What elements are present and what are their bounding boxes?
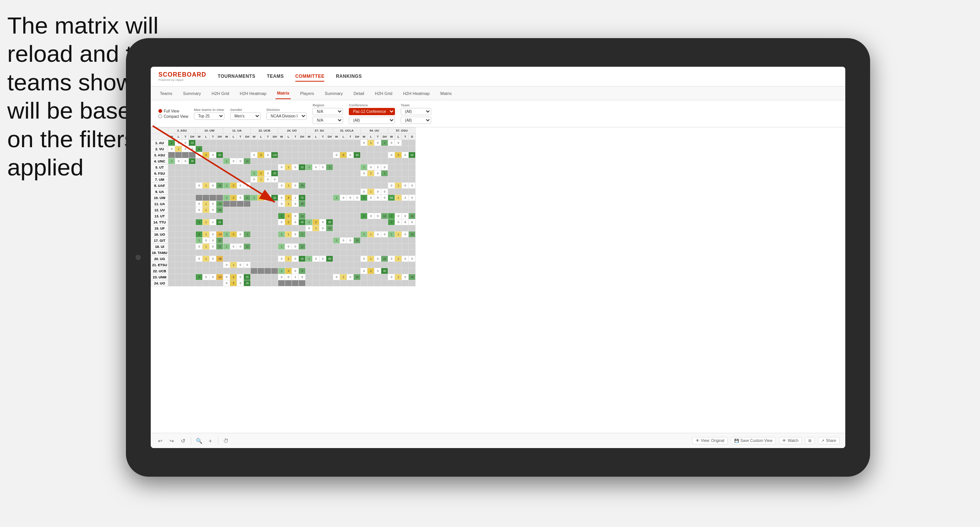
matrix-cell xyxy=(258,238,264,244)
region-select-2[interactable]: N/A xyxy=(313,117,343,124)
share-btn[interactable]: ↗ Share xyxy=(818,437,840,444)
gender-select[interactable]: Men's xyxy=(230,112,261,120)
matrix-cell xyxy=(223,177,230,183)
matrix-cell xyxy=(347,213,354,219)
conference-select[interactable]: Pac-12 Conference xyxy=(349,108,395,115)
redo-icon[interactable]: ↪ xyxy=(168,437,176,445)
matrix-cell: 23 xyxy=(189,140,196,146)
save-custom-btn[interactable]: 💾 Save Custom View xyxy=(731,437,776,444)
matrix-cell xyxy=(402,158,409,164)
subnav-h2hgrid-r[interactable]: H2H Grid xyxy=(373,88,394,99)
matrix-cell xyxy=(271,158,278,164)
matrix-cell xyxy=(395,268,402,274)
matrix-cell xyxy=(168,244,175,250)
matrix-cell xyxy=(175,231,182,238)
view-original-btn[interactable]: 👁 View: Original xyxy=(692,437,728,444)
matrix-cell xyxy=(237,177,244,183)
matrix-cell: 1 xyxy=(333,195,340,201)
matrix-cell: 0 xyxy=(333,152,340,158)
matrix-cell xyxy=(216,213,223,219)
matrix-cell xyxy=(196,280,203,286)
matrix-cell xyxy=(182,280,189,286)
matrix-cell xyxy=(244,189,251,195)
subnav-matrix-r[interactable]: Matrix xyxy=(439,88,453,99)
grid-icon-btn[interactable]: ⊞ xyxy=(805,437,815,444)
uu-dif: Dif xyxy=(381,134,388,140)
matrix-cell: 0 xyxy=(340,195,347,201)
subnav-h2hgrid-l[interactable]: H2H Grid xyxy=(210,88,230,99)
watch-btn[interactable]: 👁 Watch xyxy=(779,437,802,444)
matrix-cell xyxy=(271,280,278,286)
matrix-cell xyxy=(326,207,333,213)
subnav-h2hheatmap-l[interactable]: H2H Heatmap xyxy=(238,88,268,99)
nav-item-teams[interactable]: TEAMS xyxy=(267,72,284,82)
matrix-container[interactable]: 3. ASU 10. UW 11. UA 22. UCB 24. UO 27. … xyxy=(151,127,845,440)
matrix-cell xyxy=(347,250,354,256)
matrix-cell: 0 xyxy=(210,238,216,244)
matrix-cell xyxy=(409,140,416,146)
undo-icon[interactable]: ↩ xyxy=(156,437,164,445)
nav-item-committee[interactable]: COMMITTEE xyxy=(295,72,325,82)
matrix-cell: 0 xyxy=(361,140,368,146)
matrix-cell: 0 xyxy=(292,219,299,225)
subnav-teams[interactable]: Teams xyxy=(158,88,174,99)
radio-full-view[interactable]: Full View xyxy=(158,109,188,113)
matrix-cell xyxy=(395,207,402,213)
zoom-out-icon[interactable]: 🔍 xyxy=(195,437,203,445)
matrix-cell xyxy=(333,140,340,146)
subnav-h2hheatmap-r[interactable]: H2H Heatmap xyxy=(401,88,431,99)
team-select-1[interactable]: (All) xyxy=(401,108,431,115)
matrix-cell: 2 xyxy=(230,231,237,238)
matrix-cell: 1 xyxy=(368,189,374,195)
matrix-cell xyxy=(333,268,340,274)
zoom-in-icon[interactable]: + xyxy=(206,437,214,445)
matrix-cell xyxy=(251,219,258,225)
matrix-cell xyxy=(306,207,313,213)
matrix-cell: 0 xyxy=(319,225,326,231)
matrix-cell xyxy=(368,225,374,231)
matrix-cell xyxy=(319,140,326,146)
matrix-cell xyxy=(182,195,189,201)
subnav-detail[interactable]: Detail xyxy=(352,88,366,99)
matrix-cell: 1 xyxy=(175,146,182,152)
nav-item-tournaments[interactable]: TOURNAMENTS xyxy=(218,72,256,82)
matrix-cell xyxy=(292,189,299,195)
radio-compact-view[interactable]: Compact View xyxy=(158,114,188,119)
matrix-cell xyxy=(264,244,271,250)
matrix-cell: 13 xyxy=(409,231,416,238)
matrix-cell xyxy=(368,177,374,183)
subnav-matrix-l[interactable]: Matrix xyxy=(276,88,291,99)
matrix-cell: 23 xyxy=(299,256,306,262)
matrix-cell xyxy=(223,146,230,152)
matrix-cell xyxy=(168,225,175,231)
subnav-summary-l[interactable]: Summary xyxy=(181,88,202,99)
matrix-cell xyxy=(264,207,271,213)
matrix-cell xyxy=(182,152,189,158)
matrix-cell xyxy=(230,256,237,262)
save-custom-label: Save Custom View xyxy=(740,439,772,443)
team-label: Team xyxy=(401,103,431,107)
ucb-l: L xyxy=(258,134,264,140)
toolbar-sep-2 xyxy=(218,437,218,445)
subnav-players[interactable]: Players xyxy=(298,88,316,99)
max-teams-select[interactable]: Top 25 xyxy=(194,112,224,120)
matrix-cell xyxy=(210,250,216,256)
refresh-icon[interactable]: ↺ xyxy=(179,437,187,445)
matrix-cell xyxy=(409,225,416,231)
matrix-cell xyxy=(210,170,216,177)
subnav-summary-r[interactable]: Summary xyxy=(323,88,344,99)
team-select-2[interactable]: (All) xyxy=(401,117,431,124)
matrix-cell xyxy=(361,207,368,213)
matrix-cell xyxy=(271,140,278,146)
conference-select-2[interactable]: (All) xyxy=(349,117,395,124)
clock-icon[interactable]: ⏱ xyxy=(222,437,230,445)
nav-item-rankings[interactable]: RANKINGS xyxy=(336,72,362,82)
division-select[interactable]: NCAA Division I xyxy=(266,112,307,120)
matrix-cell xyxy=(306,231,313,238)
matrix-cell xyxy=(196,170,203,177)
matrix-cell xyxy=(368,201,374,207)
region-select-1[interactable]: N/A xyxy=(313,108,343,115)
matrix-cell xyxy=(230,201,237,207)
matrix-cell: 0 xyxy=(210,231,216,238)
matrix-cell: 64 xyxy=(388,195,395,201)
